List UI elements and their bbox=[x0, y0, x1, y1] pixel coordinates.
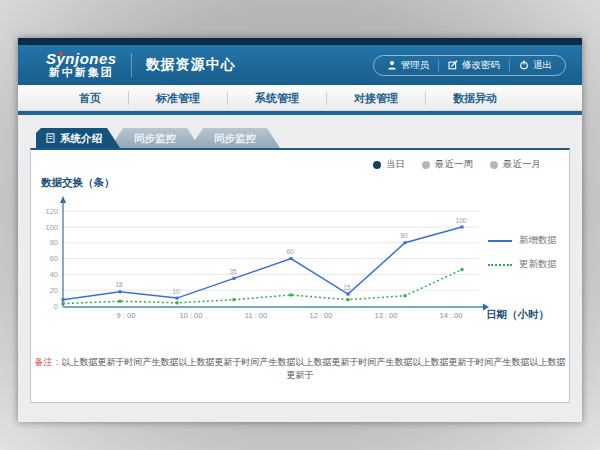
radio-today[interactable]: 当日 bbox=[373, 158, 405, 171]
radio-last-month[interactable]: 最近一月 bbox=[490, 158, 541, 171]
data-point bbox=[461, 226, 464, 229]
chart-legend: 新增数据 更新数据 bbox=[488, 234, 557, 282]
point-value-label: 35 bbox=[229, 268, 237, 275]
data-point bbox=[62, 302, 65, 305]
legend-label: 更新数据 bbox=[519, 258, 557, 271]
x-tick-label: 13 : 00 bbox=[375, 311, 398, 320]
radio-label: 当日 bbox=[386, 158, 405, 171]
point-value-label: 60 bbox=[286, 248, 294, 255]
data-point bbox=[290, 257, 293, 260]
page-title: 数据资源中心 bbox=[146, 56, 236, 74]
footnote: 备注：以上数据更新于时间产生数据以上数据更新于时间产生数据以上数据更新于时间产生… bbox=[31, 356, 569, 382]
y-tick-label: 100 bbox=[45, 223, 58, 232]
data-point bbox=[233, 298, 236, 301]
blue-line-icon bbox=[488, 240, 512, 242]
x-tick-label: 12 : 00 bbox=[310, 311, 333, 320]
y-tick-label: 80 bbox=[50, 238, 58, 247]
legend-new-data: 新增数据 bbox=[488, 234, 557, 247]
change-password-label: 修改密码 bbox=[462, 59, 500, 72]
power-icon bbox=[519, 60, 529, 70]
data-point bbox=[176, 301, 179, 304]
top-navy-strip bbox=[18, 38, 582, 45]
radio-dot bbox=[490, 161, 498, 169]
data-point bbox=[119, 290, 122, 293]
data-point bbox=[119, 300, 122, 303]
tab-system-intro[interactable]: 系统介绍 bbox=[36, 128, 120, 148]
y-axis-arrow bbox=[60, 196, 66, 203]
point-value-label: 100 bbox=[456, 217, 467, 224]
logout-button[interactable]: 退出 bbox=[509, 59, 561, 72]
green-dotted-line-icon bbox=[488, 264, 512, 266]
y-tick-label: 120 bbox=[45, 207, 58, 216]
nav-item-standards[interactable]: 标准管理 bbox=[129, 91, 228, 105]
x-tick-label: 14 : 00 bbox=[440, 311, 463, 320]
line-chart: 0204060801001209 : 0010 : 0011 : 0012 : … bbox=[43, 194, 503, 334]
admin-user-button[interactable]: 管理员 bbox=[378, 59, 439, 72]
radio-label: 最近一周 bbox=[435, 158, 473, 171]
nav-item-home[interactable]: 首页 bbox=[52, 91, 129, 105]
panel-body: 当日 最近一周 最近一月 数据交换（条） 0204060801001209 : … bbox=[30, 148, 570, 403]
data-point bbox=[461, 268, 464, 271]
y-tick-label: 40 bbox=[50, 270, 58, 279]
data-point bbox=[404, 294, 407, 297]
x-tick-label: 9 : 00 bbox=[117, 311, 136, 320]
data-point bbox=[404, 241, 407, 244]
user-menu: 管理员 修改密码 退出 bbox=[373, 55, 567, 76]
change-password-button[interactable]: 修改密码 bbox=[438, 59, 509, 72]
logo-subtext: 新中新集团 bbox=[46, 67, 117, 79]
document-icon bbox=[46, 133, 55, 143]
header-divider bbox=[131, 53, 132, 77]
tab-sync-monitor-2[interactable]: 同步监控 bbox=[190, 128, 280, 148]
data-point bbox=[290, 293, 293, 296]
radio-dot bbox=[422, 161, 430, 169]
legend-label: 新增数据 bbox=[519, 234, 557, 247]
y-tick-label: 20 bbox=[50, 286, 58, 295]
point-value-label: 10 bbox=[172, 288, 180, 295]
nav-item-integration[interactable]: 对接管理 bbox=[327, 91, 426, 105]
data-point bbox=[347, 298, 350, 301]
app-window: Synjones 新中新集团 数据资源中心 管理员 修改密码 bbox=[18, 38, 582, 422]
user-icon bbox=[387, 60, 397, 70]
content-area: 系统介绍 同步监控 同步监控 当日 最近一周 bbox=[18, 115, 582, 422]
radio-label: 最近一月 bbox=[503, 158, 541, 171]
y-tick-label: 0 bbox=[54, 302, 58, 311]
radio-last-week[interactable]: 最近一周 bbox=[422, 158, 473, 171]
point-value-label: 18 bbox=[115, 281, 123, 288]
data-point bbox=[233, 277, 236, 280]
x-tick-label: 10 : 00 bbox=[180, 311, 203, 320]
y-axis-title: 数据交换（条） bbox=[41, 176, 115, 190]
y-tick-label: 60 bbox=[50, 254, 58, 263]
time-range-filter: 当日 最近一周 最近一月 bbox=[373, 158, 541, 171]
nav-item-system[interactable]: 系统管理 bbox=[228, 91, 327, 105]
user-label: 管理员 bbox=[401, 59, 430, 72]
tab-bar: 系统介绍 同步监控 同步监控 bbox=[36, 128, 570, 148]
legend-update-data: 更新数据 bbox=[488, 258, 557, 271]
company-logo: Synjones 新中新集团 bbox=[46, 51, 117, 78]
x-axis-title: 日期（小时） bbox=[486, 308, 549, 322]
tab-sync-monitor-1[interactable]: 同步监控 bbox=[110, 128, 200, 148]
footnote-label: 备注： bbox=[35, 357, 62, 367]
data-point bbox=[176, 297, 179, 300]
app-header: Synjones 新中新集团 数据资源中心 管理员 修改密码 bbox=[18, 45, 582, 85]
nav-item-data-changes[interactable]: 数据异动 bbox=[426, 91, 524, 105]
data-point bbox=[347, 293, 350, 296]
logout-label: 退出 bbox=[533, 59, 552, 72]
footnote-text: 以上数据更新于时间产生数据以上数据更新于时间产生数据以上数据更新于时间产生数据以… bbox=[62, 357, 566, 380]
edit-icon bbox=[448, 60, 458, 70]
logo-text: Synjones bbox=[46, 51, 117, 67]
point-value-label: 80 bbox=[400, 232, 408, 239]
point-value-label: 15 bbox=[343, 284, 351, 291]
tab-label: 系统介绍 bbox=[60, 128, 102, 148]
chart-panel: 系统介绍 同步监控 同步监控 当日 最近一周 bbox=[30, 128, 570, 403]
radio-dot-selected bbox=[373, 161, 381, 169]
x-tick-label: 11 : 00 bbox=[245, 311, 267, 320]
main-nav: 首页 标准管理 系统管理 对接管理 数据异动 bbox=[18, 85, 582, 111]
data-point bbox=[62, 298, 65, 301]
